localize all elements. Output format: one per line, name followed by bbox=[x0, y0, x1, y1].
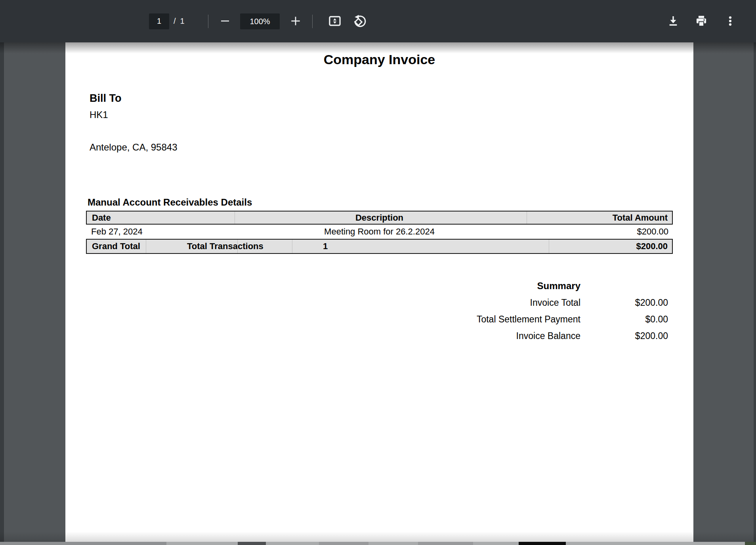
bill-to-heading: Bill To bbox=[90, 92, 122, 105]
bill-to-address: Antelope, CA, 95843 bbox=[90, 142, 178, 153]
page-total: 1 bbox=[180, 17, 185, 26]
zoom-out-button[interactable] bbox=[216, 11, 235, 30]
receivables-heading: Manual Account Receivables Details bbox=[88, 197, 252, 208]
pdf-toolbar: / 1 100% bbox=[0, 0, 756, 42]
page-indicator: / 1 bbox=[149, 0, 185, 42]
page-separator: / bbox=[174, 17, 176, 26]
summary-heading: Summary bbox=[537, 280, 580, 292]
column-divider bbox=[527, 212, 527, 224]
toolbar-divider bbox=[312, 15, 313, 28]
summary-row-invoice-total: Invoice Total $200.00 bbox=[65, 294, 668, 311]
summary-row-settlement-payment: Total Settlement Payment $0.00 bbox=[65, 311, 668, 328]
column-divider bbox=[235, 212, 235, 224]
grand-total-label: Grand Total bbox=[92, 241, 140, 252]
bottom-edge-strip bbox=[0, 542, 756, 545]
bill-to-name: HK1 bbox=[90, 109, 108, 120]
viewer-left-edge bbox=[0, 42, 4, 542]
more-options-icon bbox=[724, 15, 736, 27]
fit-to-page-icon bbox=[328, 15, 342, 27]
download-button[interactable] bbox=[664, 11, 683, 30]
grand-total-amount: $200.00 bbox=[636, 241, 668, 252]
column-divider bbox=[549, 240, 549, 253]
summary-value: $200.00 bbox=[580, 331, 668, 341]
invoice-title: Company Invoice bbox=[65, 52, 693, 67]
zoom-out-icon bbox=[219, 15, 231, 27]
table-header-row: Date Description Total Amount bbox=[86, 211, 673, 225]
summary-block: Summary Invoice Total $200.00 Total Sett… bbox=[65, 278, 668, 344]
cell-description: Meeting Room for 26.2.2024 bbox=[86, 227, 673, 237]
summary-heading-row: Summary bbox=[65, 278, 668, 294]
pdf-viewer-canvas[interactable]: Company Invoice Bill To HK1 Antelope, CA… bbox=[0, 42, 756, 545]
download-icon bbox=[667, 15, 680, 27]
more-options-button[interactable] bbox=[721, 11, 740, 30]
summary-value: $0.00 bbox=[580, 314, 668, 325]
print-button[interactable] bbox=[692, 11, 711, 30]
pdf-viewer-window: / 1 100% bbox=[0, 0, 756, 545]
column-divider bbox=[146, 240, 146, 253]
rotate-counterclockwise-button[interactable] bbox=[350, 11, 369, 30]
rotate-counterclockwise-icon bbox=[353, 14, 367, 28]
document-page: Company Invoice Bill To HK1 Antelope, CA… bbox=[65, 42, 693, 542]
zoom-in-icon bbox=[289, 15, 302, 27]
receivables-table: Date Description Total Amount Feb 27, 20… bbox=[86, 211, 673, 254]
page-number-input[interactable] bbox=[149, 13, 169, 29]
zoom-in-button[interactable] bbox=[286, 11, 305, 30]
summary-label: Invoice Total bbox=[530, 297, 580, 308]
column-header-description: Description bbox=[87, 213, 672, 223]
table-row: Feb 27, 2024 Meeting Room for 26.2.2024 … bbox=[86, 225, 673, 239]
fit-to-page-button[interactable] bbox=[325, 11, 344, 30]
total-transactions-label: Total Transactions bbox=[187, 241, 263, 252]
toolbar-divider bbox=[208, 15, 208, 28]
column-divider bbox=[237, 240, 238, 253]
summary-label: Total Settlement Payment bbox=[477, 314, 580, 325]
grand-total-row: Grand Total Total Transactions 1 $200.00 bbox=[86, 239, 673, 254]
print-icon bbox=[695, 14, 708, 28]
column-divider bbox=[292, 240, 292, 253]
cell-total-amount: $200.00 bbox=[637, 227, 668, 237]
column-header-total-amount: Total Amount bbox=[613, 213, 668, 223]
summary-value: $200.00 bbox=[580, 297, 668, 308]
zoom-level-display[interactable]: 100% bbox=[240, 13, 280, 29]
viewer-right-edge bbox=[754, 42, 756, 542]
summary-row-invoice-balance: Invoice Balance $200.00 bbox=[65, 328, 668, 344]
summary-label: Invoice Balance bbox=[516, 331, 580, 341]
total-transactions-count: 1 bbox=[323, 241, 328, 252]
